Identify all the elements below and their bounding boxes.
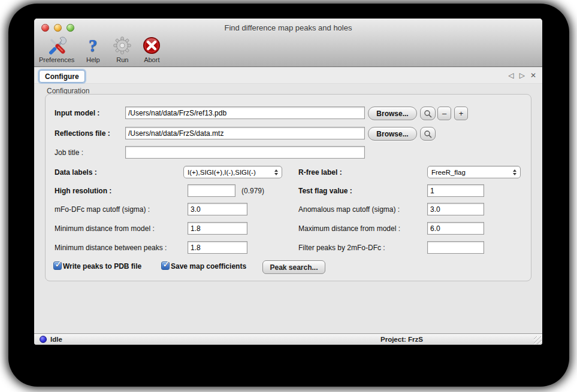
r-free-label-label: R-free label :: [298, 168, 342, 177]
checkbox-check-icon: ✓: [162, 259, 170, 270]
data-labels-label: Data labels :: [55, 168, 97, 177]
toolbar: Preferences ? Help: [39, 35, 162, 66]
input-model-label: Input model :: [55, 109, 99, 117]
data-labels-select[interactable]: I(+),SIGI(+),I(-),SIGI(-): [183, 166, 282, 178]
abort-label: Abort: [144, 56, 159, 63]
abort-x-icon: [141, 35, 162, 56]
preferences-label: Preferences: [39, 56, 74, 63]
reflections-view-button[interactable]: [420, 127, 436, 141]
high-resolution-hint: (0.979): [241, 187, 264, 195]
min-distance-model-label: Minimum distance from model :: [55, 224, 155, 233]
run-label: Run: [116, 56, 128, 63]
reflections-browse-button[interactable]: Browse...: [368, 127, 417, 141]
r-free-label-value: FreeR_flag: [428, 169, 510, 176]
add-file-button[interactable]: +: [454, 107, 468, 120]
help-label: Help: [86, 56, 100, 63]
high-resolution-label: High resolution :: [55, 187, 111, 195]
window-chrome: Find difference map peaks and holes: [34, 19, 542, 67]
test-flag-label: Test flag value :: [298, 187, 352, 195]
r-free-label-select[interactable]: FreeR_flag: [427, 166, 521, 178]
min-distance-peaks-label: Minimum distance between peaks :: [55, 244, 167, 252]
tab-forward-icon[interactable]: ▷: [519, 71, 525, 80]
write-peaks-checkbox[interactable]: ✓: [53, 262, 62, 270]
peak-search-button[interactable]: Peak search...: [262, 260, 325, 274]
filter-peaks-label: Filter peaks by 2mFo-DFc :: [298, 244, 385, 252]
tab-configure[interactable]: Configure: [39, 70, 85, 83]
gear-icon: [111, 35, 133, 56]
anomalous-cutoff-field[interactable]: [427, 203, 484, 215]
tab-back-icon[interactable]: ◁: [508, 71, 513, 80]
project-label: Project: FrzS: [380, 336, 423, 343]
checkbox-check-icon: ✓: [55, 259, 62, 270]
filter-peaks-field[interactable]: [427, 241, 484, 254]
help-button[interactable]: ? Help: [82, 35, 104, 63]
abort-button[interactable]: Abort: [141, 35, 162, 63]
save-map-checkbox[interactable]: ✓: [161, 262, 170, 270]
preferences-button[interactable]: Preferences: [39, 35, 74, 63]
configure-panel: Configuration Input model : Browse... – …: [34, 84, 542, 333]
save-map-label: Save map coefficients: [171, 262, 246, 271]
write-peaks-label: Write peaks to PDB file: [63, 262, 141, 271]
tools-icon: [46, 35, 68, 56]
configuration-groupbox: Input model : Browse... – + Reflections …: [45, 94, 531, 281]
min-distance-model-field[interactable]: [188, 222, 247, 235]
map-cutoff-field[interactable]: [188, 203, 247, 215]
status-dot-icon: [40, 336, 47, 343]
magnifier-icon: [424, 130, 432, 138]
job-title-label: Job title :: [55, 148, 83, 157]
stepper-arrows-icon: [510, 166, 518, 178]
screenshot-stage: Find difference map peaks and holes: [0, 0, 577, 392]
high-resolution-field[interactable]: [188, 184, 235, 197]
resize-grip[interactable]: [534, 336, 542, 344]
max-distance-model-field[interactable]: [427, 222, 484, 235]
tab-navigation: ◁ ▷ ✕: [508, 71, 536, 80]
window-title: Find difference map peaks and holes: [34, 23, 542, 32]
status-bar: Idle Project: FrzS: [34, 333, 542, 345]
anomalous-cutoff-label: Anomalous map cutoff (sigma) :: [298, 205, 400, 214]
status-text: Idle: [50, 336, 62, 343]
app-window: Find difference map peaks and holes: [34, 19, 542, 345]
help-question-icon: ?: [82, 35, 104, 56]
run-button[interactable]: Run: [111, 35, 133, 63]
input-model-browse-button[interactable]: Browse...: [368, 107, 417, 120]
reflections-file-field[interactable]: [125, 127, 365, 139]
reflections-file-label: Reflections file :: [55, 129, 110, 138]
tab-close-icon[interactable]: ✕: [530, 71, 536, 80]
tab-strip: Configure ◁ ▷ ✕: [34, 68, 542, 84]
min-distance-peaks-field[interactable]: [188, 241, 247, 254]
max-distance-model-label: Maximum distance from model :: [298, 224, 400, 233]
input-model-view-button[interactable]: [420, 107, 436, 120]
test-flag-field[interactable]: [427, 184, 484, 197]
stepper-arrows-icon: [272, 166, 280, 178]
map-cutoff-label: mFo-DFc map cutoff (sigma) :: [55, 205, 150, 214]
job-title-field[interactable]: [125, 146, 365, 159]
data-labels-value: I(+),SIGI(+),I(-),SIGI(-): [184, 169, 272, 176]
input-model-field[interactable]: [125, 107, 365, 119]
remove-file-button[interactable]: –: [437, 107, 451, 120]
magnifier-icon: [424, 110, 432, 118]
